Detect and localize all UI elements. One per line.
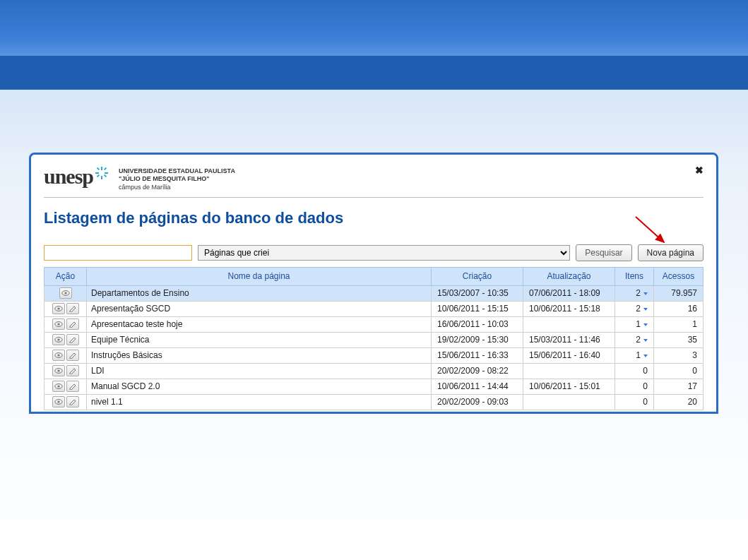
svg-point-20 [57,370,59,372]
edit-icon[interactable] [66,303,79,314]
table-row[interactable]: Apresentação SGCD10/06/2011 - 15:1510/06… [44,301,704,316]
cell-created: 20/02/2009 - 09:03 [432,394,523,410]
svg-rect-0 [101,167,102,170]
col-header-created[interactable]: Criação [432,267,523,285]
brand-line2: "JÚLIO DE MESQUITA FILHO" [119,175,235,183]
svg-rect-3 [105,172,108,174]
cell-created: 20/02/2009 - 08:22 [432,363,523,379]
cell-updated [523,363,615,379]
cell-access: 3 [654,347,704,363]
view-icon[interactable] [52,303,65,314]
cell-name[interactable]: Instruções Básicas [87,347,432,363]
cell-updated: 15/06/2011 - 16:40 [523,347,615,363]
col-header-updated[interactable]: Atualização [523,267,615,285]
cell-items[interactable]: 1 [615,347,654,363]
cell-access: 17 [654,379,704,394]
table-row[interactable]: Apresentacao teste hoje16/06/2011 - 10:0… [44,316,704,332]
cell-created: 15/06/2011 - 16:33 [432,347,523,363]
expand-caret-icon[interactable] [643,323,648,326]
expand-caret-icon[interactable] [643,292,648,295]
cell-access: 16 [654,301,704,316]
brand-mark-icon [95,161,109,185]
edit-icon[interactable] [66,396,79,407]
controls-row: Páginas que criei Pesquisar Nova página [44,244,704,261]
edit-icon[interactable] [66,334,79,345]
edit-icon[interactable] [66,365,79,376]
svg-point-10 [64,292,66,294]
cell-name[interactable]: Manual SGCD 2.0 [87,379,432,394]
table-row[interactable]: Departamentos de Ensino15/03/2007 - 10:3… [44,285,704,301]
cell-action [44,379,87,394]
view-icon[interactable] [52,396,65,407]
col-header-action[interactable]: Ação [44,267,87,285]
edit-icon[interactable] [66,318,79,330]
svg-rect-7 [97,174,100,177]
view-icon[interactable] [59,287,72,299]
cell-items: 0 [615,394,654,410]
cell-items: 0 [615,363,654,379]
svg-rect-1 [101,176,102,179]
search-button[interactable]: Pesquisar [576,244,631,261]
svg-point-12 [57,308,59,310]
cell-action [44,332,87,347]
cell-name[interactable]: Departamentos de Ensino [87,285,432,301]
new-page-button[interactable]: Nova página [638,244,704,261]
brand-campus: câmpus de Marília [119,184,235,191]
cell-created: 15/03/2007 - 10:35 [432,285,523,301]
cell-name[interactable]: Apresentacao teste hoje [87,316,432,332]
close-icon[interactable]: ✖ [695,165,704,176]
cell-access: 35 [654,332,704,347]
table-row[interactable]: nivel 1.120/02/2009 - 09:03020 [44,394,704,410]
cell-access: 79.957 [654,285,704,301]
view-icon[interactable] [52,318,65,330]
view-icon[interactable] [52,334,65,345]
cell-updated: 15/03/2011 - 11:46 [523,332,615,347]
expand-caret-icon[interactable] [643,355,648,357]
cell-created: 10/06/2011 - 15:15 [432,301,523,316]
svg-point-18 [57,355,59,357]
table-row[interactable]: Equipe Técnica19/02/2009 - 15:3015/03/20… [44,332,704,347]
cell-name[interactable]: Apresentação SGCD [87,301,432,316]
brand-logo: unesp [44,165,109,189]
cell-items[interactable]: 2 [615,301,654,316]
view-icon[interactable] [52,350,65,361]
filter-input[interactable] [44,245,192,261]
cell-action [44,394,87,410]
cell-created: 19/02/2009 - 15:30 [432,332,523,347]
col-header-items[interactable]: Itens [615,267,654,285]
cell-action [44,363,87,379]
cell-updated [523,316,615,332]
svg-point-16 [57,339,59,341]
cell-access: 1 [654,316,704,332]
cell-items[interactable]: 1 [615,316,654,332]
pages-table: Ação Nome da página Criação Atualização … [44,267,704,410]
table-row[interactable]: LDI20/02/2009 - 08:2200 [44,363,704,379]
scope-select[interactable]: Páginas que criei [198,245,570,261]
cell-name[interactable]: nivel 1.1 [87,394,432,410]
cell-access: 20 [654,394,704,410]
col-header-access[interactable]: Acessos [654,267,704,285]
cell-name[interactable]: Equipe Técnica [87,332,432,347]
table-row[interactable]: Manual SGCD 2.010/06/2011 - 14:4410/06/2… [44,379,704,394]
cell-action [44,301,87,316]
expand-caret-icon[interactable] [643,308,648,311]
svg-rect-2 [95,172,99,174]
cell-updated: 07/06/2011 - 18:09 [523,285,615,301]
table-row[interactable]: Instruções Básicas15/06/2011 - 16:3315/0… [44,347,704,363]
col-header-name[interactable]: Nome da página [87,267,432,285]
cell-items[interactable]: 2 [615,285,654,301]
cell-items: 0 [615,379,654,394]
cell-items[interactable]: 2 [615,332,654,347]
cell-name[interactable]: LDI [87,363,432,379]
expand-caret-icon[interactable] [643,339,648,342]
view-icon[interactable] [52,365,65,376]
edit-icon[interactable] [66,381,79,392]
svg-point-24 [57,401,59,403]
cell-created: 16/06/2011 - 10:03 [432,316,523,332]
view-icon[interactable] [52,381,65,392]
edit-icon[interactable] [66,350,79,361]
cell-updated: 10/06/2011 - 15:18 [523,301,615,316]
svg-point-14 [57,323,59,326]
cell-created: 10/06/2011 - 14:44 [432,379,523,394]
svg-point-22 [57,386,59,388]
